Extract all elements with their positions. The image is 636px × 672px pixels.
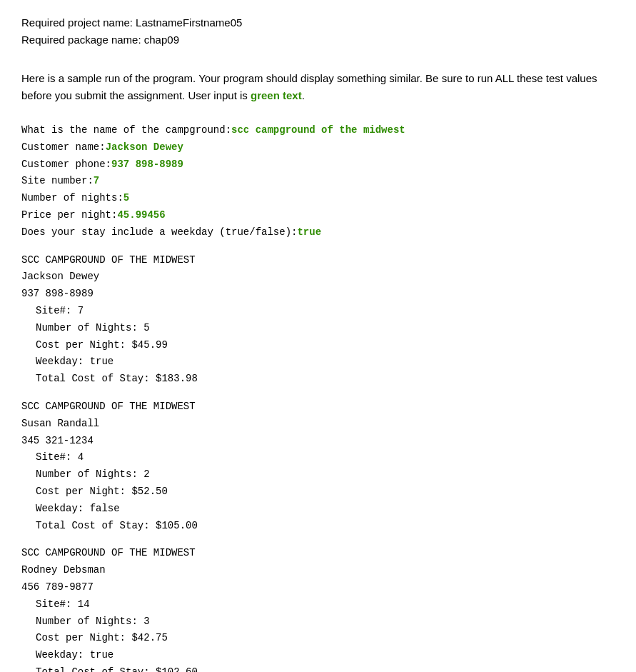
receipt-3: SCC CAMPGROUND OF THE MIDWEST Rodney Deb… xyxy=(21,545,615,672)
receipt-1: SCC CAMPGROUND OF THE MIDWEST Jackson De… xyxy=(21,252,615,388)
nights-label: Number of Nights: xyxy=(36,322,143,334)
receipt-1-nights-value: 5 xyxy=(143,322,149,334)
customer-name-prompt-value: Jackson Dewey xyxy=(106,139,183,156)
nights-label-3: Number of Nights: xyxy=(36,616,143,627)
receipt-2-site: Site#: 4 xyxy=(21,449,615,466)
receipt-3-cost: Cost per Night: $42.75 xyxy=(21,630,615,647)
customer-phone-prompt-label: Customer phone: xyxy=(21,156,111,174)
site-number-prompt-label: Site number: xyxy=(21,173,94,190)
total-label: Total Cost of Stay: xyxy=(36,373,156,384)
receipt-2-nights: Number of Nights: 2 xyxy=(21,466,615,483)
receipt-2-total-value: $105.00 xyxy=(156,520,198,531)
site-number-prompt-value: 7 xyxy=(94,173,99,190)
receipt-2-cost: Cost per Night: $52.50 xyxy=(21,483,615,501)
receipt-2-campground: SCC CAMPGROUND OF THE MIDWEST xyxy=(21,398,615,416)
receipt-1-name: Jackson Dewey xyxy=(21,269,615,286)
receipt-1-site-value: 7 xyxy=(78,305,84,316)
receipt-2: SCC CAMPGROUND OF THE MIDWEST Susan Rand… xyxy=(21,398,615,534)
price-per-night-prompt-label: Price per night: xyxy=(21,207,117,224)
site-label: Site#: xyxy=(36,305,78,316)
receipt-3-name: Rodney Debsman xyxy=(21,562,615,579)
receipt-3-cost-value: $42.75 xyxy=(131,632,167,643)
receipt-3-nights: Number of Nights: 3 xyxy=(21,613,615,631)
num-nights-prompt-label: Number of nights: xyxy=(21,190,123,207)
weekday-label-3: Weekday: xyxy=(36,649,90,661)
weekday-label: Weekday: xyxy=(36,356,90,367)
receipt-3-site: Site#: 14 xyxy=(21,596,615,613)
campground-prompt-label: What is the name of the campground: xyxy=(21,122,231,139)
receipt-1-cost-value: $45.99 xyxy=(131,339,167,351)
receipt-2-weekday: Weekday: false xyxy=(21,501,615,518)
receipt-1-nights: Number of Nights: 5 xyxy=(21,320,615,337)
campground-prompt-value: scc campground of the midwest xyxy=(231,122,405,139)
total-label-2: Total Cost of Stay: xyxy=(36,520,156,531)
weekday-prompt-line: Does your stay include a weekday (true/f… xyxy=(21,224,615,241)
receipt-1-weekday: Weekday: true xyxy=(21,353,615,371)
weekday-prompt-value: true xyxy=(297,224,321,241)
customer-name-prompt-label: Customer name: xyxy=(21,139,106,156)
cost-label-3: Cost per Night: xyxy=(36,632,131,643)
num-nights-prompt-value: 5 xyxy=(123,190,129,207)
campground-prompt-line: What is the name of the campground: scc … xyxy=(21,122,615,139)
weekday-prompt-label: Does your stay include a weekday (true/f… xyxy=(21,224,297,241)
receipt-3-total: Total Cost of Stay: $102.60 xyxy=(21,664,615,672)
description-section: Here is a sample run of the program. You… xyxy=(21,70,615,104)
receipt-2-phone: 345 321-1234 xyxy=(21,433,615,450)
cost-label-2: Cost per Night: xyxy=(36,486,131,497)
receipt-2-name: Susan Randall xyxy=(21,416,615,433)
package-name-line: Required package name: chap09 xyxy=(21,31,615,49)
description-period: . xyxy=(302,89,305,101)
receipt-3-weekday: Weekday: true xyxy=(21,647,615,664)
total-label-3: Total Cost of Stay: xyxy=(36,666,156,672)
header-section: Required project name: LastnameFirstname… xyxy=(21,14,615,49)
project-name-line: Required project name: LastnameFirstname… xyxy=(21,14,615,31)
receipt-3-nights-value: 3 xyxy=(143,616,149,627)
customer-name-prompt-line: Customer name: Jackson Dewey xyxy=(21,139,615,156)
receipt-1-cost: Cost per Night: $45.99 xyxy=(21,337,615,354)
receipt-2-site-value: 4 xyxy=(78,451,84,463)
receipt-3-site-value: 14 xyxy=(78,598,90,610)
receipt-2-weekday-value: false xyxy=(90,503,120,514)
program-output-section: What is the name of the campground: scc … xyxy=(21,122,615,672)
site-label-3: Site#: xyxy=(36,598,78,610)
customer-phone-prompt-value: 937 898-8989 xyxy=(111,156,183,174)
cost-label: Cost per Night: xyxy=(36,339,131,351)
receipt-2-nights-value: 2 xyxy=(143,468,149,480)
site-number-prompt-line: Site number: 7 xyxy=(21,173,615,190)
nights-label-2: Number of Nights: xyxy=(36,468,143,480)
customer-phone-prompt-line: Customer phone: 937 898-8989 xyxy=(21,156,615,174)
description-text: Here is a sample run of the program. You… xyxy=(21,72,597,101)
num-nights-prompt-line: Number of nights: 5 xyxy=(21,190,615,207)
green-text-label: green text xyxy=(251,89,302,101)
receipt-1-weekday-value: true xyxy=(90,356,114,367)
receipt-3-weekday-value: true xyxy=(90,649,114,661)
receipt-1-site: Site#: 7 xyxy=(21,303,615,320)
receipt-3-phone: 456 789-9877 xyxy=(21,579,615,596)
receipt-2-cost-value: $52.50 xyxy=(131,486,167,497)
receipt-3-campground: SCC CAMPGROUND OF THE MIDWEST xyxy=(21,545,615,562)
site-label-2: Site#: xyxy=(36,451,78,463)
price-per-night-prompt-value: 45.99456 xyxy=(117,207,165,224)
receipt-1-campground: SCC CAMPGROUND OF THE MIDWEST xyxy=(21,252,615,269)
receipt-1-total: Total Cost of Stay: $183.98 xyxy=(21,371,615,388)
price-per-night-prompt-line: Price per night: 45.99456 xyxy=(21,207,615,224)
receipt-3-total-value: $102.60 xyxy=(156,666,198,672)
receipt-1-total-value: $183.98 xyxy=(156,373,198,384)
receipt-2-total: Total Cost of Stay: $105.00 xyxy=(21,518,615,535)
receipt-1-phone: 937 898-8989 xyxy=(21,286,615,303)
weekday-label-2: Weekday: xyxy=(36,503,90,514)
